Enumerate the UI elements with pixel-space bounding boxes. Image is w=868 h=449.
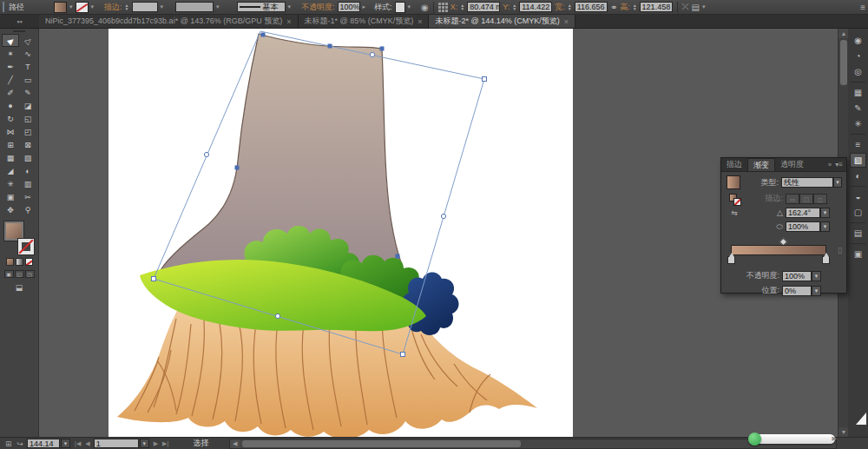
tab-gradient[interactable]: 渐变 — [747, 158, 775, 171]
appearance-panel-icon[interactable]: ◒ — [850, 189, 866, 204]
close-icon[interactable]: × — [418, 17, 422, 26]
style-dropdown-icon[interactable]: ▾ — [408, 3, 411, 10]
vertical-scrollbar-thumb[interactable] — [840, 40, 847, 85]
layers-panel-icon[interactable]: ▤ — [850, 226, 866, 241]
symbol-sprayer-tool[interactable]: ✳ — [2, 177, 19, 190]
gradient-slider[interactable]: ▯ — [727, 239, 840, 261]
artboards-panel-icon[interactable]: ▣ — [850, 247, 866, 261]
width-profile-field[interactable] — [175, 2, 214, 12]
none-button[interactable] — [25, 258, 33, 266]
type-dropdown-icon[interactable]: ▼ — [833, 177, 842, 188]
last-artboard-icon[interactable]: ▶| — [162, 440, 168, 447]
horizontal-scrollbar[interactable]: ◀ — [229, 439, 837, 449]
stroke-link[interactable]: 描边: — [104, 2, 122, 13]
rotate-tool[interactable]: ↻ — [2, 112, 19, 125]
panel-menu-icon[interactable]: ▾≡ — [835, 161, 843, 168]
graphic-styles-panel-icon[interactable]: ▢ — [850, 205, 866, 220]
recolor-artwork-icon[interactable]: ◉ — [421, 3, 429, 12]
close-icon[interactable]: × — [286, 17, 291, 26]
opacity-field[interactable]: 100% — [338, 2, 360, 12]
control-panel-menu-icon[interactable]: ≡ — [860, 3, 865, 12]
stroke-color-swatch[interactable] — [18, 239, 34, 254]
height-field[interactable]: 121.458 — [640, 2, 673, 12]
pen-tool[interactable]: ✒ — [2, 60, 19, 73]
width-profile-dropdown-icon[interactable]: ▾ — [216, 3, 220, 10]
canvas-rotation-icon[interactable]: ⊞ — [5, 439, 12, 448]
floating-widget[interactable]: ▶ — [748, 432, 838, 445]
symbols-panel-icon[interactable]: ✳ — [850, 116, 866, 131]
stop-opacity-dropdown-icon[interactable]: ▼ — [812, 271, 821, 281]
horizontal-scrollbar-thumb[interactable] — [242, 440, 521, 447]
eraser-tool[interactable]: ◪ — [19, 99, 36, 112]
draw-normal-button[interactable]: ▣ — [4, 270, 14, 278]
gradient-fill-swatch[interactable] — [727, 175, 740, 189]
shape-builder-tool[interactable]: ⊞ — [2, 138, 19, 151]
y-stepper[interactable]: ▲▼ — [512, 3, 516, 10]
perspective-grid-tool[interactable]: ⊠ — [19, 138, 36, 151]
first-artboard-icon[interactable]: |◀ — [75, 440, 81, 447]
reference-point-icon[interactable] — [438, 3, 448, 12]
artboard-dropdown-icon[interactable]: ▼ — [140, 439, 149, 448]
prev-artboard-icon[interactable]: ◀ — [85, 440, 89, 447]
reverse-gradient-icon[interactable]: ⇋ — [731, 208, 738, 217]
gradient-ramp[interactable] — [731, 245, 826, 255]
align-dropdown-icon[interactable]: ▾ — [702, 3, 706, 10]
slice-tool[interactable]: ✂ — [19, 190, 36, 203]
selection-tool[interactable]: ▶ — [2, 34, 19, 47]
scroll-left-icon[interactable]: ◀ — [230, 439, 240, 448]
fill-dropdown-icon[interactable]: ▾ — [69, 3, 73, 10]
aspect-ratio-field[interactable]: 100% — [786, 221, 820, 232]
opacity-link[interactable]: 不透明度: — [301, 2, 335, 13]
screen-mode-button[interactable]: ⬓ — [16, 283, 23, 292]
close-icon[interactable]: × — [564, 17, 569, 26]
color-panel-icon[interactable]: ◉ — [850, 33, 866, 48]
scale-tool[interactable]: ◱ — [19, 112, 36, 125]
recolor-artwork-icon[interactable]: ◎ — [850, 64, 866, 79]
width-field[interactable]: 116.656 — [575, 2, 608, 12]
floating-widget-expand-icon[interactable]: ▶ — [832, 435, 837, 442]
width-stepper[interactable]: ▲▼ — [568, 3, 572, 10]
brush-definition-field[interactable]: 基本 — [237, 2, 286, 12]
draw-behind-button[interactable]: ◱ — [15, 270, 24, 278]
floating-widget-pill[interactable] — [755, 434, 835, 444]
gradient-stop-right[interactable] — [822, 256, 830, 264]
next-artboard-icon[interactable]: ▶ — [154, 440, 158, 447]
gradient-proxy-swatches[interactable] — [729, 194, 740, 204]
stop-location-field[interactable]: 0% — [782, 286, 812, 296]
free-transform-tool[interactable]: ◰ — [19, 125, 36, 138]
transparency-panel-icon[interactable]: ◐ — [850, 168, 866, 183]
align-icon[interactable]: ▤ — [692, 3, 700, 12]
blend-tool[interactable]: ◐ — [19, 164, 36, 177]
blob-brush-tool[interactable]: ● — [2, 99, 19, 112]
type-tool[interactable]: T — [19, 60, 36, 73]
corner-curl-widget[interactable] — [856, 413, 866, 425]
zoom-dropdown-icon[interactable]: ▼ — [61, 439, 70, 448]
gradient-stop-left[interactable] — [727, 256, 735, 264]
x-field[interactable]: 80.474 mm — [467, 2, 500, 12]
brushes-panel-icon[interactable]: ✎ — [850, 101, 866, 116]
y-field[interactable]: 114.422 — [519, 2, 552, 12]
brush-dropdown-icon[interactable]: ▾ — [288, 3, 292, 10]
artboard-tool[interactable]: ▣ — [2, 190, 19, 203]
stroke-weight-stepper[interactable]: ▲▼ — [125, 3, 129, 10]
floating-widget-ball-icon[interactable] — [748, 432, 761, 446]
width-tool[interactable]: ⋈ — [2, 125, 19, 138]
style-swatch[interactable] — [395, 2, 405, 13]
artboard[interactable] — [108, 29, 573, 437]
x-stepper[interactable]: ▲▼ — [460, 3, 464, 10]
document-tab-1[interactable]: NiPic_377395_406b9cdd7b17c93b.ai* @ 143.… — [39, 15, 299, 28]
toolbar-collapse-icon[interactable]: ▪▪ — [0, 15, 39, 28]
opacity-dropdown-icon[interactable]: ▸ — [363, 3, 366, 10]
gradient-tool[interactable]: ▧ — [19, 151, 36, 164]
artboard-number-field[interactable]: 1 — [94, 439, 139, 448]
stop-location-dropdown-icon[interactable]: ▼ — [812, 286, 821, 296]
column-graph-tool[interactable]: ▥ — [19, 177, 36, 190]
eyedropper-tool[interactable]: ◢ — [2, 164, 19, 177]
stroke-weight-field[interactable] — [132, 2, 158, 12]
gradient-type-select[interactable]: 线性 — [781, 177, 833, 188]
height-stepper[interactable]: ▲▼ — [633, 3, 637, 10]
aspect-dropdown-icon[interactable]: ▼ — [820, 221, 830, 232]
export-icon[interactable]: ↪ — [17, 439, 24, 448]
tab-transparency[interactable]: 透明度 — [775, 158, 809, 171]
zoom-tool[interactable]: ⚲ — [19, 203, 36, 216]
